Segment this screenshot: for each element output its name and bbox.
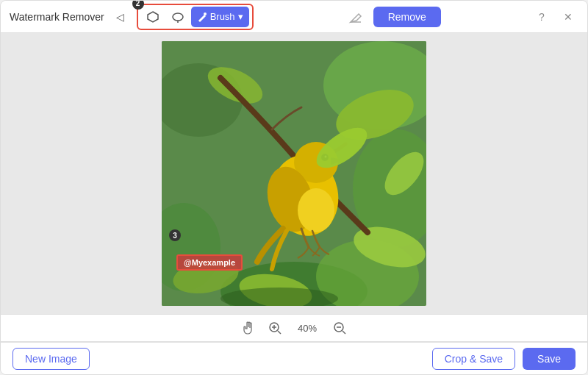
titlebar-center: Remove — [344, 5, 441, 29]
watermark-selection[interactable]: @Myexample — [176, 254, 243, 271]
new-image-button[interactable]: New Image — [12, 348, 90, 370]
erase-button[interactable] — [344, 5, 368, 29]
image-container: 3 @Myexample — [162, 41, 426, 306]
svg-point-19 — [298, 188, 334, 232]
help-button[interactable]: ? — [531, 7, 552, 27]
tool-group: 2 Brush ▾ — [137, 4, 254, 30]
brush-icon — [197, 12, 207, 22]
svg-point-3 — [204, 12, 207, 15]
app-title: Watermark Remover — [10, 11, 104, 23]
crop-save-label: Crop & Save — [445, 353, 503, 365]
watermark-step-badge: 3 — [169, 229, 181, 241]
hand-tool-button[interactable] — [240, 319, 257, 337]
brush-label: Brush — [210, 11, 235, 22]
main-canvas-area[interactable]: 3 @Myexample — [1, 33, 587, 314]
remove-button[interactable]: Remove — [373, 7, 441, 27]
svg-line-30 — [278, 331, 281, 334]
titlebar: Watermark Remover ◁ 2 — [1, 1, 587, 33]
erase-icon — [348, 10, 363, 24]
hand-icon — [242, 321, 255, 335]
crop-save-button[interactable]: Crop & Save — [432, 348, 515, 370]
polygon-icon — [146, 10, 159, 24]
titlebar-right: ? ✕ — [531, 7, 578, 27]
lasso-tool-button[interactable] — [166, 7, 190, 27]
footer: New Image Crop & Save Save — [1, 342, 587, 374]
canvas-image[interactable]: 3 @Myexample — [162, 41, 426, 306]
close-button[interactable]: ✕ — [558, 7, 578, 27]
zoom-in-icon — [268, 321, 282, 335]
tool-badge: 2 — [132, 0, 144, 10]
back-icon: ◁ — [116, 11, 124, 23]
titlebar-left: Watermark Remover ◁ 2 — [10, 4, 254, 30]
close-icon: ✕ — [564, 11, 573, 23]
watermark-text: @Myexample — [184, 258, 235, 267]
zoom-out-icon — [333, 321, 346, 335]
zoom-bar: 40% — [1, 314, 587, 342]
svg-marker-0 — [148, 12, 158, 22]
question-icon: ? — [539, 11, 545, 23]
polygon-tool-button[interactable] — [141, 7, 165, 27]
footer-left: New Image — [12, 348, 90, 370]
back-button[interactable]: ◁ — [110, 7, 131, 27]
brush-chevron-icon: ▾ — [238, 11, 243, 22]
titlebar-nav: ◁ — [110, 7, 131, 27]
lasso-icon — [171, 10, 184, 24]
zoom-out-button[interactable] — [331, 319, 348, 337]
svg-point-1 — [173, 13, 183, 21]
brush-tool-button[interactable]: Brush ▾ — [191, 7, 249, 27]
zoom-level: 40% — [293, 323, 322, 334]
footer-right: Crop & Save Save — [432, 348, 576, 370]
svg-line-33 — [343, 331, 345, 334]
zoom-in-button[interactable] — [266, 319, 284, 337]
save-button[interactable]: Save — [523, 348, 576, 370]
new-image-label: New Image — [25, 353, 77, 365]
save-label: Save — [537, 353, 561, 365]
remove-label: Remove — [388, 11, 426, 23]
